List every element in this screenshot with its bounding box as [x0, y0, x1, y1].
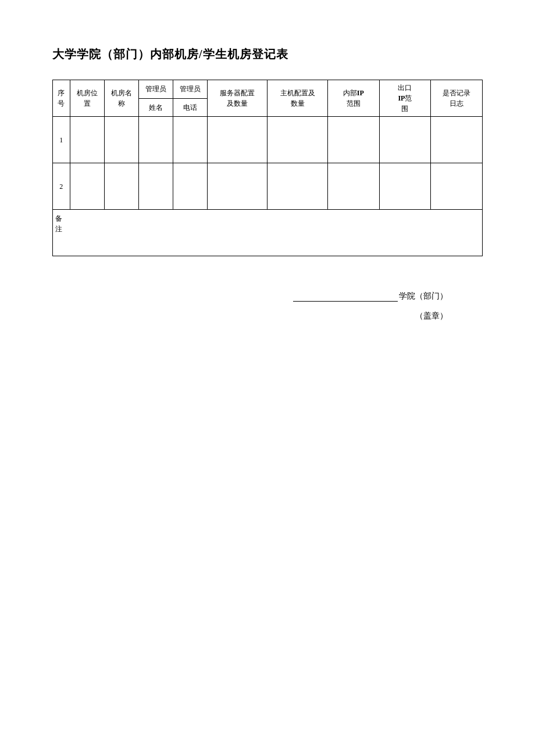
note-label: 备注 [55, 214, 62, 233]
table-note-row: 备注 [53, 210, 483, 256]
signature-label: 学院（部门） [399, 292, 448, 300]
header-location: 机房位置 [70, 80, 104, 117]
cell-log-2 [431, 163, 483, 210]
signature-underline [293, 292, 398, 302]
header-host: 主机配置及数量 [268, 80, 327, 117]
cell-inner-ip-2 [327, 163, 379, 210]
signature-area: 学院（部门） （盖章） [52, 291, 483, 321]
cell-location-1 [70, 117, 104, 163]
cell-outer-ip-1 [379, 117, 431, 163]
cell-host-1 [268, 117, 327, 163]
cell-name-2 [104, 163, 138, 210]
cell-seq-2: 2 [53, 163, 70, 210]
cell-log-1 [431, 117, 483, 163]
table-wrapper: 序号 机房位置 机房名称 管理员 管理员 服务器配置及数量 主机配置及数量 内部… [52, 80, 483, 256]
registration-table: 序号 机房位置 机房名称 管理员 管理员 服务器配置及数量 主机配置及数量 内部… [52, 80, 483, 256]
cell-location-2 [70, 163, 104, 210]
header-log: 是否记录日志 [431, 80, 483, 117]
header-manager-name-sub: 姓名 [138, 98, 173, 117]
seal-text: （盖章） [52, 311, 448, 321]
signature-line: 学院（部门） [52, 291, 448, 302]
page: 大学学院（部门）内部机房/学生机房登记表 序号 机房位置 机房名称 管理员 管理… [0, 0, 535, 756]
cell-server-2 [207, 163, 267, 210]
cell-outer-ip-2 [379, 163, 431, 210]
table-row: 1 [53, 117, 483, 163]
cell-name-1 [104, 117, 138, 163]
cell-note: 备注 [53, 210, 483, 256]
cell-mgr-phone-2 [173, 163, 207, 210]
cell-seq-1: 1 [53, 117, 70, 163]
cell-mgr-phone-1 [173, 117, 207, 163]
page-title: 大学学院（部门）内部机房/学生机房登记表 [52, 46, 483, 62]
cell-mgr-name-1 [138, 117, 173, 163]
header-inner-ip: 内部IP范围 [327, 80, 379, 117]
header-manager-name: 管理员 [138, 80, 173, 99]
cell-server-1 [207, 117, 267, 163]
header-outer-ip: 出口IP范围 [379, 80, 431, 117]
header-server: 服务器配置及数量 [207, 80, 267, 117]
header-manager-phone: 管理员 [173, 80, 207, 99]
table-header-row: 序号 机房位置 机房名称 管理员 管理员 服务器配置及数量 主机配置及数量 内部… [53, 80, 483, 99]
cell-host-2 [268, 163, 327, 210]
header-manager-phone-sub: 电话 [173, 98, 207, 117]
cell-inner-ip-1 [327, 117, 379, 163]
cell-mgr-name-2 [138, 163, 173, 210]
header-seq: 序号 [53, 80, 70, 117]
table-row: 2 [53, 163, 483, 210]
header-name: 机房名称 [104, 80, 138, 117]
